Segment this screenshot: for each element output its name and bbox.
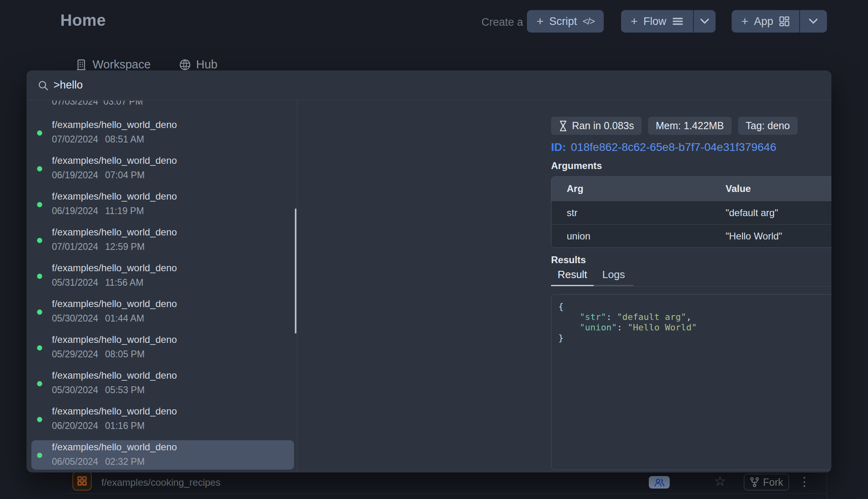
arguments-table: Arg Value str"default arg"union"Hello Wo… [551, 176, 831, 248]
tab-workspace[interactable]: Workspace [75, 58, 151, 71]
flow-lines-icon [672, 16, 683, 26]
globe-icon [179, 59, 191, 71]
run-timestamp: 06/05/202402:32 PM [52, 456, 145, 467]
argument-row[interactable]: str"default arg" [551, 201, 831, 224]
success-dot-icon [37, 345, 42, 351]
run-list-item[interactable]: f/examples/hello_world_deno06/20/202401:… [27, 402, 297, 438]
success-dot-icon [37, 238, 42, 243]
results-title: Results [551, 254, 586, 266]
row-divider [66, 493, 827, 494]
shared-users-badge[interactable] [649, 476, 670, 489]
clipped-run-item[interactable]: 07/03/2024 03:07 PM [27, 101, 297, 106]
run-timestamp: 05/31/202411:56 AM [52, 277, 144, 288]
panel-right-border [827, 472, 827, 499]
item-path: f/examples/cooking_recipes [101, 477, 220, 488]
fork-button[interactable]: Fork [744, 474, 789, 491]
run-path: f/examples/hello_world_deno [52, 406, 177, 417]
kebab-menu-icon[interactable]: ⋮ [798, 474, 810, 489]
run-timestamp: 07/01/202412:59 PM [52, 241, 145, 252]
create-app-button[interactable]: + App [732, 10, 799, 33]
code-line: "str": "default arg", [558, 312, 831, 322]
run-list[interactable]: 07/03/2024 03:07 PM f/examples/hello_wor… [27, 101, 297, 472]
run-list-item[interactable]: f/examples/hello_world_deno05/30/202401:… [27, 295, 297, 330]
stat-badge-label: Mem: 1.422MB [656, 120, 724, 132]
success-dot-icon [37, 309, 42, 315]
favorite-star-icon[interactable]: ☆ [714, 473, 726, 489]
run-id-label: ID: [551, 141, 566, 153]
run-id-value[interactable]: 018fe862-8c62-65e8-b7f7-04e31f379646 [571, 141, 776, 153]
tabs-baseline [551, 286, 831, 287]
run-timestamp: 05/30/202401:44 AM [52, 313, 144, 324]
column-value: Value [726, 183, 751, 194]
run-list-item[interactable]: f/examples/hello_world_deno06/19/202407:… [27, 151, 297, 187]
run-list-item[interactable]: f/examples/hello_world_deno05/30/202405:… [27, 366, 297, 402]
run-timestamp: 06/19/202411:19 PM [52, 206, 144, 217]
plus-icon: + [741, 15, 749, 27]
page-title: Home [60, 11, 106, 29]
run-list-item[interactable]: f/examples/hello_world_deno07/01/202412:… [27, 223, 297, 259]
run-list-item[interactable]: f/examples/hello_world_deno05/31/202411:… [27, 259, 297, 295]
search-icon [38, 80, 49, 91]
page-list-row-cooking-recipes[interactable]: f/examples/cooking_recipes ☆ Fork ⋮ [0, 472, 868, 499]
create-script-label: Script [549, 15, 577, 28]
stat-badge-label: Tag: deno [746, 120, 790, 132]
chevron-down-icon [808, 19, 818, 24]
run-list-item[interactable]: f/examples/hello_world_deno06/19/202411:… [27, 187, 297, 223]
run-path: f/examples/hello_world_deno [52, 191, 177, 202]
argument-value: "default arg" [726, 207, 778, 219]
success-dot-icon [37, 130, 42, 136]
run-timestamp: 06/20/202401:16 PM [52, 421, 145, 431]
stat-badge: Ran in 0.083s [551, 117, 642, 135]
workspace-hub-tabs: Workspace Hub [75, 58, 218, 71]
plus-icon: + [631, 15, 638, 27]
create-app-label: App [754, 15, 773, 28]
chevron-down-icon [700, 19, 710, 24]
run-stats-badges: Ran in 0.083sMem: 1.422MBTag: deno [551, 117, 798, 135]
run-detail-panel: Ran in 0.083sMem: 1.422MBTag: deno ID:01… [297, 101, 831, 472]
argument-row[interactable]: union"Hello World" [551, 224, 831, 247]
search-row[interactable]: >hello [27, 70, 831, 100]
code-line: "union": "Hello World" [558, 322, 831, 333]
run-timestamp: 06/19/202407:04 PM [52, 170, 145, 181]
run-path: f/examples/hello_world_deno [52, 441, 177, 453]
run-list-item[interactable]: f/examples/hello_world_deno05/29/202408:… [27, 330, 297, 366]
fork-button-label: Fork [763, 476, 783, 488]
stat-badge: Tag: deno [738, 117, 798, 135]
tab-result[interactable]: Result [551, 267, 594, 285]
run-path: f/examples/hello_world_deno [52, 262, 177, 274]
argument-name: str [551, 207, 726, 219]
stat-badge-label: Ran in 0.083s [572, 120, 634, 132]
building-icon [75, 59, 87, 71]
tab-logs[interactable]: Logs [594, 267, 634, 285]
command-palette-modal: >hello 07/03/2024 03:07 PM f/examples/he… [27, 70, 831, 472]
create-app-dropdown-button[interactable] [799, 10, 827, 33]
argument-name: union [551, 231, 726, 242]
run-timestamp: 05/30/202405:53 PM [52, 385, 145, 396]
run-list-item[interactable]: f/examples/hello_world_deno06/05/202402:… [27, 438, 297, 472]
create-a-label: Create a [481, 16, 523, 29]
run-path: f/examples/hello_world_deno [52, 119, 177, 130]
run-list-item[interactable]: f/examples/hello_world_deno07/02/202408:… [27, 115, 297, 151]
run-list-scrollbar[interactable] [295, 208, 296, 334]
create-script-button[interactable]: + Script </> [527, 10, 604, 33]
hourglass-icon [559, 120, 568, 132]
layout-dashboard-icon [779, 16, 790, 27]
arguments-title: Arguments [551, 160, 602, 171]
success-dot-icon [37, 381, 42, 386]
tab-hub[interactable]: Hub [179, 58, 218, 71]
run-timestamp: 07/02/202408:51 AM [52, 134, 144, 145]
success-dot-icon [37, 274, 42, 279]
tab-workspace-label: Workspace [93, 58, 151, 71]
column-arg: Arg [551, 183, 726, 194]
plus-icon: + [537, 15, 544, 27]
stat-badge: Mem: 1.422MB [648, 117, 732, 135]
argument-value: "Hello World" [726, 231, 782, 242]
arguments-table-header: Arg Value [551, 177, 831, 201]
create-flow-dropdown-button[interactable] [693, 10, 716, 33]
result-json-viewer[interactable]: { "str": "default arg", "union": "Hello … [551, 294, 831, 470]
code-line: { [558, 301, 831, 312]
search-input[interactable]: >hello [53, 79, 83, 91]
results-tabs: Result Logs [551, 267, 831, 287]
create-flow-button[interactable]: + Flow [621, 10, 693, 33]
create-flow-button-group: + Flow [621, 10, 716, 33]
